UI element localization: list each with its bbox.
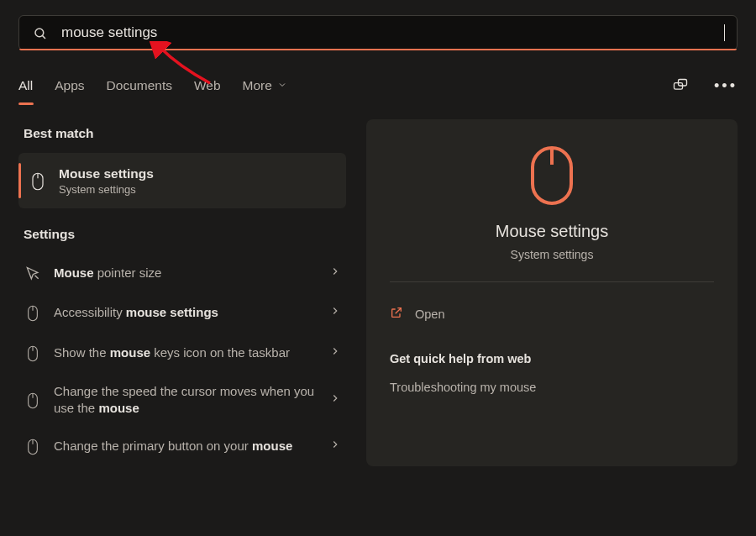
web-help-link[interactable]: Troubleshooting my mouse (390, 381, 714, 394)
settings-result-0[interactable]: Mouse pointer size (18, 254, 346, 292)
chat-icon-button[interactable] (669, 74, 692, 97)
open-label: Open (415, 307, 444, 321)
tab-more[interactable]: More (243, 73, 287, 98)
settings-result-2[interactable]: Show the mouse keys icon on the taskbar (18, 333, 346, 373)
tab-documents[interactable]: Documents (107, 73, 172, 98)
preview-title: Mouse settings (496, 222, 609, 241)
chevron-right-icon (329, 392, 341, 407)
chevron-right-icon (329, 265, 341, 281)
filter-tabs: All Apps Documents Web More ••• (18, 62, 738, 109)
ellipsis-icon: ••• (714, 77, 738, 95)
result-title: Mouse settings (59, 166, 154, 181)
result-subtitle: System settings (59, 183, 154, 196)
search-icon (31, 24, 50, 41)
settings-results-list: Mouse pointer sizeAccessibility mouse se… (18, 254, 346, 466)
mouse-icon (24, 436, 42, 456)
open-external-icon (390, 306, 403, 322)
settings-result-label: Change the speed the cursor moves when y… (54, 383, 318, 416)
settings-result-label: Change the primary button on your mouse (54, 438, 318, 455)
settings-result-3[interactable]: Change the speed the cursor moves when y… (18, 373, 346, 426)
settings-heading: Settings (24, 227, 346, 242)
settings-result-1[interactable]: Accessibility mouse settings (18, 292, 346, 333)
tab-web[interactable]: Web (194, 73, 221, 98)
search-bar[interactable] (18, 15, 738, 50)
search-input[interactable] (60, 24, 716, 42)
results-body: Best match Mouse settings System setting… (18, 119, 738, 466)
chevron-right-icon (329, 305, 341, 320)
mouse-large-icon (529, 145, 575, 210)
best-match-result[interactable]: Mouse settings System settings (18, 153, 346, 208)
settings-result-label: Mouse pointer size (54, 265, 318, 281)
svg-point-0 (35, 29, 44, 37)
results-list: Best match Mouse settings System setting… (18, 119, 346, 466)
chevron-down-icon (277, 78, 287, 93)
chevron-right-icon (329, 345, 341, 360)
search-results-window: All Apps Documents Web More ••• Best mat… (0, 0, 756, 536)
mouse-icon (29, 170, 47, 192)
tab-apps[interactable]: Apps (55, 73, 84, 98)
more-options-button[interactable]: ••• (714, 74, 738, 97)
text-caret (724, 24, 725, 41)
search-underline (19, 49, 737, 50)
preview-hero: Mouse settings System settings (390, 145, 714, 282)
cursor-icon (24, 264, 42, 282)
chevron-right-icon (329, 439, 341, 454)
preview-panel: Mouse settings System settings Open Get … (366, 119, 738, 466)
open-action[interactable]: Open (390, 306, 714, 322)
mouse-icon (24, 302, 42, 323)
mouse-icon (24, 343, 42, 363)
web-help-heading: Get quick help from web (390, 352, 714, 365)
settings-result-4[interactable]: Change the primary button on your mouse (18, 426, 346, 466)
preview-subtitle: System settings (511, 248, 594, 261)
settings-result-label: Accessibility mouse settings (54, 304, 318, 321)
settings-result-label: Show the mouse keys icon on the taskbar (54, 344, 318, 361)
tab-all[interactable]: All (18, 73, 33, 98)
selection-indicator (18, 163, 21, 198)
best-match-heading: Best match (24, 126, 346, 141)
mouse-icon (24, 390, 42, 410)
svg-line-1 (42, 35, 45, 39)
